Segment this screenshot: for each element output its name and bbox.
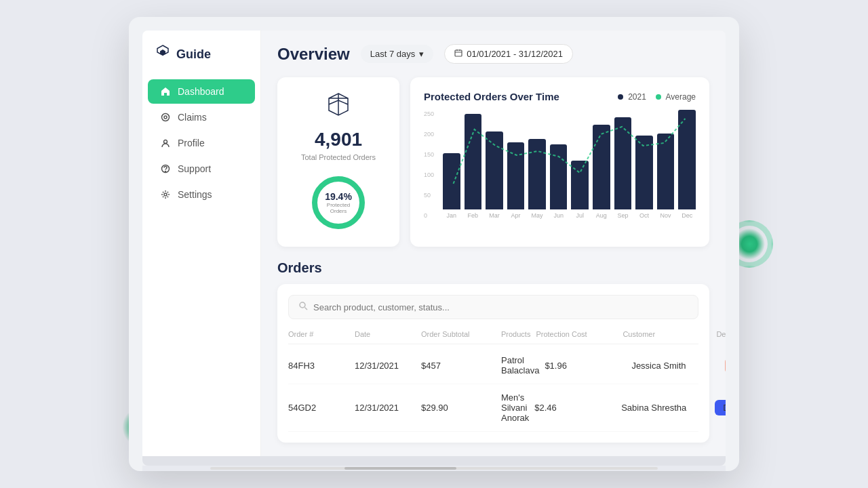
sidebar-item-dashboard[interactable]: Dashboard [148, 79, 255, 104]
main-content: Overview Last 7 days ▾ 01/01/2021 - 31/1… [261, 30, 726, 456]
claims-icon [160, 112, 171, 123]
order-customer-1: Jessica Smith [631, 361, 719, 371]
svg-point-9 [300, 302, 305, 308]
box-icon [325, 91, 352, 123]
legend-dot-avg [656, 94, 661, 100]
donut-percent: 19.4% [325, 191, 352, 202]
time-filter-button[interactable]: Last 7 days ▾ [361, 45, 434, 63]
sidebar-item-support[interactable]: Support [148, 157, 255, 181]
col-subtotal: Order Subtotal [421, 330, 496, 338]
col-products: Products [501, 330, 530, 338]
sidebar-item-profile[interactable]: Profile [148, 131, 255, 155]
search-bar[interactable] [288, 295, 698, 319]
logo-text: Guide [176, 47, 211, 62]
scrollbar-thumb[interactable] [344, 467, 456, 470]
chart-legend: 2021 Average [618, 92, 696, 102]
chart-title: Protected Orders Over Time [424, 91, 559, 102]
status-badge-1: Claimed [725, 358, 726, 373]
table-row: 84FH3 12/31/2021 $457 Patrol Balaclava $… [288, 347, 698, 384]
y-label-150: 150 [424, 151, 440, 158]
order-products-1: Patrol Balaclava [501, 355, 539, 375]
logo-icon [155, 44, 171, 64]
sidebar-label-profile: Profile [178, 138, 205, 148]
status-badge-2: Delivered [715, 400, 726, 415]
sidebar-item-settings[interactable]: Settings [148, 182, 255, 207]
order-subtotal-1: $457 [421, 361, 496, 371]
profile-icon [160, 138, 171, 148]
home-icon [160, 86, 171, 97]
stat-card: 4,901 Total Protected Orders 19.4% Prote… [277, 77, 399, 247]
search-input[interactable] [313, 302, 688, 312]
y-label-50: 50 [424, 192, 440, 199]
chart-header: Protected Orders Over Time 2021 Average [424, 91, 696, 102]
order-num-1: 84FH3 [288, 361, 349, 371]
laptop-frame: Guide Dashboard Claims [129, 17, 739, 471]
sidebar-label-support: Support [178, 163, 211, 174]
col-order-num: Order # [288, 330, 349, 338]
col-status: Delivery Status [716, 330, 726, 338]
sidebar-item-claims[interactable]: Claims [148, 105, 255, 129]
y-label-200: 200 [424, 131, 440, 138]
logo: Guide [142, 44, 260, 78]
y-label-250: 250 [424, 110, 440, 117]
donut-text: 19.4% ProtectedOrders [325, 191, 352, 214]
svg-point-4 [165, 171, 166, 172]
chart-area: 250 200 150 100 50 0 [424, 110, 696, 232]
svg-point-5 [164, 193, 167, 196]
order-date-2: 12/31/2021 [355, 403, 416, 413]
y-label-0: 0 [424, 212, 440, 219]
laptop-bottom [142, 456, 726, 466]
total-orders-label: Total Protected Orders [301, 153, 376, 161]
col-customer: Customer [623, 330, 711, 338]
order-protection-2: $2.46 [534, 403, 616, 413]
orders-card: Order # Date Order Subtotal Products Pro… [277, 284, 709, 443]
sidebar-label-settings: Settings [178, 189, 212, 200]
order-products-2: Men's Silvani Anorak [501, 392, 529, 423]
calendar-icon [454, 49, 462, 59]
sidebar: Guide Dashboard Claims [142, 30, 261, 456]
table-header: Order # Date Order Subtotal Products Pro… [288, 330, 698, 344]
y-label-100: 100 [424, 171, 440, 178]
order-date-1: 12/31/2021 [355, 361, 416, 371]
col-protection: Protection Cost [536, 330, 617, 338]
page-header: Overview Last 7 days ▾ 01/01/2021 - 31/1… [277, 44, 709, 64]
trend-line-svg [443, 110, 696, 219]
donut-sublabel: ProtectedOrders [325, 202, 352, 214]
total-orders-number: 4,901 [315, 129, 362, 150]
svg-point-0 [162, 114, 170, 121]
orders-section: Orders Order # Date [277, 260, 709, 443]
orders-title: Orders [277, 260, 709, 276]
scrollbar-track [210, 467, 658, 470]
date-range-label: 01/01/2021 - 31/12/2021 [467, 49, 563, 59]
legend-dot-year [618, 94, 623, 100]
legend-year: 2021 [618, 92, 646, 102]
order-customer-2: Sabina Shrestha [621, 403, 709, 413]
chevron-down-icon: ▾ [419, 49, 424, 59]
legend-avg: Average [656, 92, 696, 102]
sidebar-label-dashboard: Dashboard [178, 86, 224, 97]
date-range-button[interactable]: 01/01/2021 - 31/12/2021 [444, 44, 573, 64]
settings-icon [160, 189, 171, 200]
svg-point-2 [164, 140, 167, 144]
support-icon [160, 163, 171, 174]
chart-card: Protected Orders Over Time 2021 Average [410, 77, 709, 247]
order-subtotal-2: $29.90 [421, 403, 496, 413]
search-icon [298, 301, 308, 313]
order-num-2: 54GD2 [288, 403, 349, 413]
table-row: 54GD2 12/31/2021 $29.90 Men's Silvani An… [288, 384, 698, 432]
donut-chart: 19.4% ProtectedOrders [308, 172, 369, 233]
cards-row: 4,901 Total Protected Orders 19.4% Prote… [277, 77, 709, 247]
svg-rect-6 [455, 50, 462, 56]
scrollbar-area [142, 466, 726, 471]
sidebar-label-claims: Claims [178, 112, 207, 123]
filter-label: Last 7 days [370, 49, 416, 59]
col-date: Date [355, 330, 416, 338]
svg-point-1 [164, 116, 167, 119]
laptop-screen: Guide Dashboard Claims [142, 30, 726, 456]
page-title: Overview [277, 45, 350, 64]
order-protection-1: $1.96 [545, 361, 626, 371]
